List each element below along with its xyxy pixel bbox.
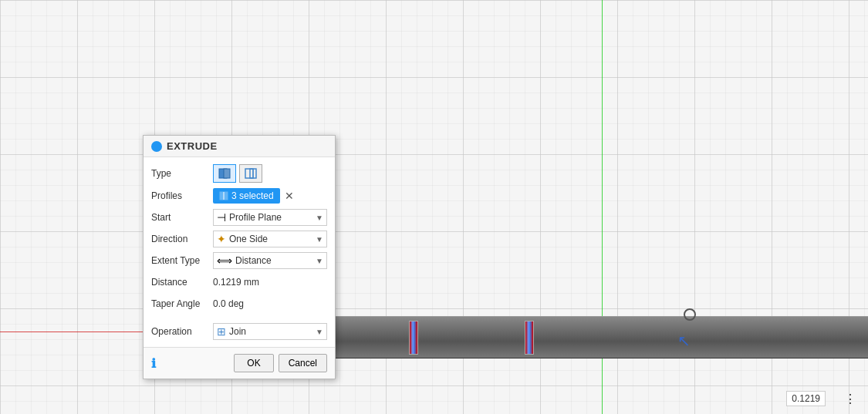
value-dots-button[interactable]: ⋮ (844, 392, 856, 406)
start-dropdown-icon: ⊣ (217, 211, 226, 224)
start-dropdown-label: Profile Plane (229, 212, 316, 223)
operation-control: ⊞ Join ▼ (213, 323, 327, 340)
taper-angle-value: 0.0 deg (213, 298, 327, 309)
extent-type-row: Extent Type ⟺ Distance ▼ (144, 250, 335, 271)
ok-button[interactable]: OK (234, 354, 273, 372)
extrude-dialog: EXTRUDE Type (143, 135, 336, 379)
dialog-body: Type Profiles (144, 157, 335, 347)
dialog-header: EXTRUDE (144, 136, 335, 157)
distance-control: 0.1219 mm (213, 277, 327, 288)
extent-type-control: ⟺ Distance ▼ (213, 252, 327, 269)
profile-shape-1 (409, 321, 418, 355)
operation-label: Operation (151, 326, 213, 337)
value-text: 0.1219 (792, 393, 820, 404)
type-btn-surface[interactable] (239, 164, 262, 183)
distance-value: 0.1219 mm (213, 277, 327, 288)
dialog-footer: ℹ OK Cancel (144, 347, 335, 379)
operation-dropdown-icon: ⊞ (217, 325, 226, 338)
solid-icon (218, 167, 231, 180)
direction-label: Direction (151, 234, 213, 244)
distance-row: Distance 0.1219 mm (144, 271, 335, 293)
taper-angle-control: 0.0 deg (213, 298, 327, 309)
value-display: 0.1219 (786, 391, 826, 406)
extent-type-dropdown[interactable]: ⟺ Distance ▼ (213, 252, 327, 269)
taper-angle-label: Taper Angle (151, 298, 213, 309)
operation-dropdown-arrow: ▼ (316, 328, 323, 336)
surface-icon (244, 167, 258, 180)
start-label: Start (151, 212, 213, 223)
profiles-icon (219, 191, 228, 200)
direction-dropdown[interactable]: ✦ One Side ▼ (213, 231, 327, 247)
profiles-control: 3 selected ✕ (213, 188, 327, 204)
footer-buttons: OK Cancel (234, 354, 327, 372)
direction-dropdown-arrow: ▼ (316, 235, 323, 244)
type-row: Type (144, 162, 335, 185)
direction-row: Direction ✦ One Side ▼ (144, 228, 335, 250)
start-dropdown[interactable]: ⊣ Profile Plane ▼ (213, 209, 327, 226)
extent-type-label: Extent Type (151, 255, 213, 266)
dialog-title: EXTRUDE (167, 140, 218, 152)
type-control (213, 164, 327, 183)
profiles-clear-button[interactable]: ✕ (283, 190, 296, 202)
dialog-header-icon (151, 141, 162, 152)
profiles-selected-button[interactable]: 3 selected (213, 188, 280, 204)
model-circle (684, 308, 696, 321)
cad-viewport: ↖ 0.1219 ⋮ (0, 0, 868, 414)
cursor-arrow: ↖ (677, 332, 696, 350)
info-button[interactable]: ℹ (151, 356, 156, 371)
profiles-label: Profiles (151, 190, 213, 201)
cancel-button[interactable]: Cancel (279, 354, 327, 372)
extent-type-dropdown-label: Distance (235, 255, 316, 266)
start-row: Start ⊣ Profile Plane ▼ (144, 207, 335, 228)
profiles-row: Profiles 3 selected ✕ (144, 185, 335, 207)
operation-dropdown-label: Join (229, 326, 316, 337)
profile-shape-2 (525, 321, 534, 355)
direction-dropdown-label: One Side (229, 234, 316, 244)
start-dropdown-arrow: ▼ (316, 214, 323, 222)
operation-row: Operation ⊞ Join ▼ (144, 321, 335, 342)
taper-angle-row: Taper Angle 0.0 deg (144, 293, 335, 315)
extent-type-dropdown-arrow: ▼ (316, 257, 323, 265)
type-label: Type (151, 168, 213, 179)
extent-type-dropdown-icon: ⟺ (217, 254, 232, 267)
type-btn-solid[interactable] (213, 164, 236, 183)
operation-dropdown[interactable]: ⊞ Join ▼ (213, 323, 327, 340)
profiles-count: 3 selected (231, 190, 274, 201)
svg-rect-4 (245, 169, 253, 178)
distance-label: Distance (151, 277, 213, 288)
start-control: ⊣ Profile Plane ▼ (213, 209, 327, 226)
svg-rect-3 (224, 169, 230, 178)
direction-dropdown-icon: ✦ (217, 233, 226, 245)
dialog-separator (144, 315, 335, 321)
direction-control: ✦ One Side ▼ (213, 231, 327, 247)
